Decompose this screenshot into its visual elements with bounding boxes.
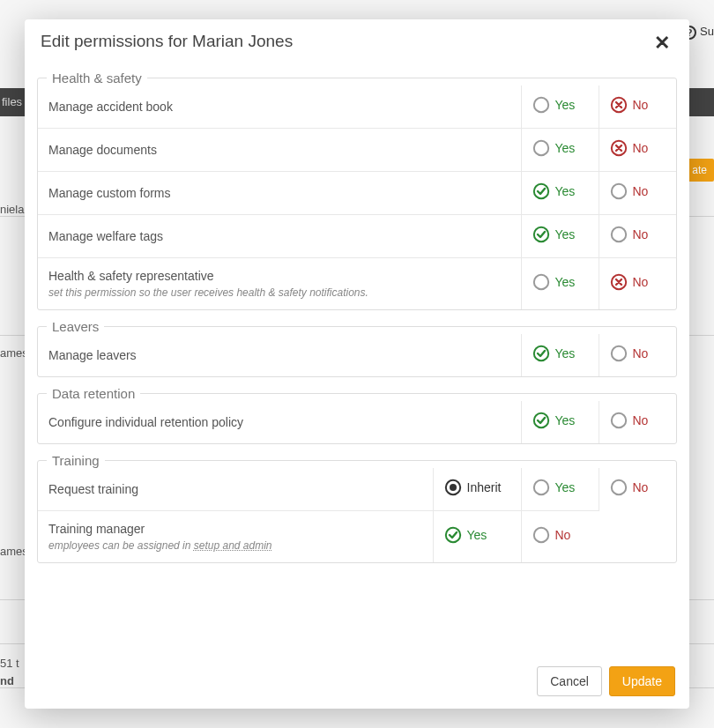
option-label: No bbox=[555, 528, 571, 542]
permission-group: Health & safetyManage accident book Yes … bbox=[37, 71, 677, 310]
option-label: No bbox=[633, 98, 649, 112]
option-no[interactable]: No bbox=[610, 412, 649, 429]
permission-group: LeaversManage leavers Yes No bbox=[37, 319, 677, 377]
option-label: No bbox=[633, 413, 649, 427]
permission-row: Manage documents Yes No bbox=[38, 129, 676, 172]
option-yes[interactable]: Yes bbox=[532, 273, 576, 291]
option-no[interactable]: No bbox=[610, 226, 649, 243]
modal-body: Health & safetyManage accident book Yes … bbox=[25, 62, 689, 657]
option-label: Yes bbox=[555, 227, 576, 241]
permission-row: Manage welfare tags Yes No bbox=[38, 215, 676, 258]
permission-label: Manage leavers bbox=[48, 348, 510, 362]
edit-permissions-modal: Edit permissions for Marian Jones ✕ Heal… bbox=[25, 19, 689, 709]
option-label: Inherit bbox=[467, 480, 502, 494]
modal-title: Edit permissions for Marian Jones bbox=[41, 32, 651, 51]
option-label: Yes bbox=[555, 275, 576, 289]
group-legend: Leavers bbox=[47, 319, 104, 334]
option-no[interactable]: No bbox=[532, 526, 571, 544]
setup-admin-link[interactable]: setup and admin bbox=[194, 539, 272, 552]
permission-label: Training manager bbox=[48, 522, 422, 536]
permission-row: Configure individual retention policy Ye… bbox=[38, 401, 676, 443]
cancel-button[interactable]: Cancel bbox=[537, 666, 602, 696]
permission-desc: set this permission so the user receives… bbox=[48, 286, 510, 299]
svg-point-19 bbox=[611, 480, 625, 494]
option-no[interactable]: No bbox=[610, 139, 649, 157]
option-yes[interactable]: Yes bbox=[532, 182, 576, 200]
permission-desc: employees can be assigned in setup and a… bbox=[48, 539, 422, 552]
option-no[interactable]: No bbox=[610, 182, 649, 200]
option-label: Yes bbox=[467, 528, 487, 542]
option-no[interactable]: No bbox=[610, 96, 649, 114]
option-label: Yes bbox=[555, 413, 576, 427]
option-no[interactable]: No bbox=[610, 345, 649, 362]
svg-point-9 bbox=[611, 227, 625, 241]
option-yes[interactable]: Yes bbox=[444, 526, 487, 544]
permission-label: Health & safety representative bbox=[48, 269, 510, 283]
svg-point-17 bbox=[450, 484, 457, 491]
permission-label: Manage documents bbox=[48, 143, 510, 157]
option-label: Yes bbox=[555, 141, 576, 155]
permission-row: Manage custom forms Yes No bbox=[38, 172, 676, 215]
option-yes[interactable]: Yes bbox=[532, 479, 576, 496]
option-label: No bbox=[633, 227, 649, 241]
permission-label: Manage accident book bbox=[48, 100, 510, 114]
option-label: Yes bbox=[555, 346, 576, 360]
permission-row: Manage leavers Yes No bbox=[38, 334, 676, 376]
option-inherit[interactable]: Inherit bbox=[444, 479, 502, 496]
option-label: Yes bbox=[555, 184, 576, 198]
update-button[interactable]: Update bbox=[609, 666, 675, 696]
option-yes[interactable]: Yes bbox=[532, 412, 576, 429]
permission-group: TrainingRequest training Inherit Yes No … bbox=[37, 453, 677, 563]
svg-point-21 bbox=[533, 528, 547, 542]
option-label: No bbox=[633, 346, 649, 360]
svg-point-13 bbox=[611, 346, 625, 360]
option-label: Yes bbox=[555, 480, 576, 494]
permission-label: Manage welfare tags bbox=[48, 229, 510, 243]
option-label: No bbox=[633, 275, 649, 289]
option-label: No bbox=[633, 480, 649, 494]
option-yes[interactable]: Yes bbox=[532, 226, 576, 243]
close-icon[interactable]: ✕ bbox=[651, 32, 673, 55]
group-legend: Data retention bbox=[47, 386, 140, 401]
option-label: Yes bbox=[555, 98, 576, 112]
option-yes[interactable]: Yes bbox=[532, 139, 576, 157]
option-yes[interactable]: Yes bbox=[532, 96, 576, 114]
permission-row: Manage accident book Yes No bbox=[38, 85, 676, 129]
svg-point-10 bbox=[533, 275, 547, 289]
svg-point-2 bbox=[533, 98, 547, 112]
group-legend: Training bbox=[47, 453, 105, 468]
group-legend: Health & safety bbox=[47, 71, 147, 85]
svg-point-7 bbox=[611, 184, 625, 198]
option-no[interactable]: No bbox=[610, 273, 649, 291]
permission-label: Configure individual retention policy bbox=[48, 415, 510, 429]
option-label: No bbox=[633, 184, 649, 198]
svg-point-18 bbox=[533, 480, 547, 494]
permission-group: Data retentionConfigure individual reten… bbox=[37, 386, 677, 444]
svg-point-15 bbox=[611, 413, 625, 427]
option-no[interactable]: No bbox=[610, 479, 649, 496]
option-yes[interactable]: Yes bbox=[532, 345, 576, 362]
permission-row: Health & safety representativeset this p… bbox=[38, 258, 676, 310]
permission-row: Request training Inherit Yes No bbox=[38, 468, 676, 511]
permission-row: Training manageremployees can be assigne… bbox=[38, 511, 676, 563]
svg-point-4 bbox=[533, 141, 547, 155]
option-label: No bbox=[633, 141, 649, 155]
bg-button[interactable]: ate bbox=[685, 159, 714, 182]
permission-label: Manage custom forms bbox=[48, 186, 510, 200]
permission-label: Request training bbox=[48, 482, 422, 496]
